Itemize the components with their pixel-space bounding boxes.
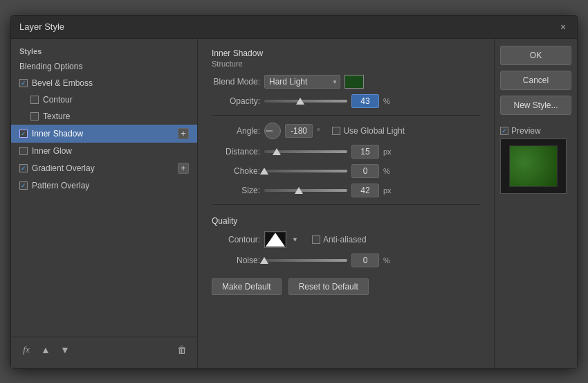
make-default-button[interactable]: Make Default xyxy=(212,278,282,295)
size-input[interactable] xyxy=(351,184,379,197)
title-bar: Layer Style × xyxy=(11,16,577,39)
gradient-overlay-add-button[interactable]: + xyxy=(178,163,189,174)
bottom-buttons: Make Default Reset to Default xyxy=(212,278,480,295)
noise-slider[interactable] xyxy=(264,259,347,262)
sidebar-item-texture[interactable]: Texture xyxy=(11,108,197,125)
sidebar-item-inner-shadow[interactable]: Inner Shadow + xyxy=(11,125,197,143)
global-light-checkbox[interactable] xyxy=(332,127,340,135)
preview-checkbox[interactable] xyxy=(500,127,508,135)
fx-icon[interactable]: fx xyxy=(19,343,33,357)
anti-aliased-label: Anti-aliased xyxy=(323,235,367,244)
pattern-overlay-checkbox[interactable] xyxy=(19,181,28,190)
quality-section: Quality Contour: ▼ Anti-aliased xyxy=(212,216,480,267)
reset-default-button[interactable]: Reset to Default xyxy=(288,278,369,295)
distance-input[interactable] xyxy=(351,145,379,159)
choke-unit: % xyxy=(383,167,390,175)
opacity-unit: % xyxy=(383,97,390,105)
preview-row: Preview xyxy=(500,126,571,136)
sidebar-item-gradient-overlay[interactable]: Gradient Overlay + xyxy=(11,159,197,177)
sidebar-item-inner-glow[interactable]: Inner Glow xyxy=(11,143,197,159)
blend-mode-select-wrapper: NormalDissolveMultiplyScreenOverlayHard … xyxy=(264,75,340,89)
opacity-slider[interactable] xyxy=(264,100,347,103)
noise-label: Noise: xyxy=(212,256,260,265)
size-slider[interactable] xyxy=(264,189,347,192)
anti-aliased-row: Anti-aliased xyxy=(312,235,367,244)
texture-label: Texture xyxy=(43,112,70,121)
gradient-overlay-label: Gradient Overlay xyxy=(32,163,95,173)
layer-style-dialog: Layer Style × Styles Blending Options Be… xyxy=(10,15,578,368)
dialog-title: Layer Style xyxy=(19,21,64,32)
choke-input[interactable] xyxy=(351,164,379,178)
size-unit: px xyxy=(383,186,392,195)
contour-dropdown-arrow[interactable]: ▼ xyxy=(292,236,298,243)
distance-unit: px xyxy=(383,148,392,156)
quality-title: Quality xyxy=(212,216,480,226)
preview-label: Preview xyxy=(511,126,541,136)
opacity-row: Opacity: % xyxy=(212,94,480,108)
angle-input[interactable] xyxy=(285,124,313,138)
anti-aliased-checkbox[interactable] xyxy=(312,235,320,244)
section-sub: Structure xyxy=(212,60,480,68)
sidebar-item-pattern-overlay[interactable]: Pattern Overlay xyxy=(11,177,197,194)
bevel-emboss-label: Bevel & Emboss xyxy=(32,78,93,88)
move-down-icon[interactable]: ▼ xyxy=(58,343,72,357)
sidebar-item-blending-options[interactable]: Blending Options xyxy=(11,58,197,75)
left-panel: Styles Blending Options Bevel & Emboss C… xyxy=(11,39,198,368)
angle-unit: ° xyxy=(317,127,320,135)
section-title: Inner Shadow xyxy=(212,48,480,58)
noise-row: Noise: % xyxy=(212,253,480,267)
contour-row: Contour: ▼ Anti-aliased xyxy=(212,231,480,248)
noise-unit: % xyxy=(383,256,390,265)
contour-label: Contour xyxy=(43,95,73,105)
inner-glow-label: Inner Glow xyxy=(32,146,72,156)
styles-label: Styles xyxy=(11,44,197,58)
size-row: Size: px xyxy=(212,184,480,197)
sidebar-item-bevel-emboss[interactable]: Bevel & Emboss xyxy=(11,75,197,91)
distance-slider[interactable] xyxy=(264,150,347,153)
new-style-button[interactable]: New Style... xyxy=(500,96,571,115)
contour-preview[interactable] xyxy=(264,231,286,248)
global-light-label: Use Global Light xyxy=(343,126,405,136)
delete-icon[interactable]: 🗑 xyxy=(175,343,189,357)
distance-row: Distance: px xyxy=(212,145,480,159)
blend-mode-row: Blend Mode: NormalDissolveMultiplyScreen… xyxy=(212,75,480,89)
angle-label: Angle: xyxy=(212,126,260,136)
preview-thumbnail xyxy=(500,139,567,194)
blending-options-label: Blending Options xyxy=(19,62,82,71)
distance-label: Distance: xyxy=(212,147,260,157)
opacity-label: Opacity: xyxy=(212,96,260,106)
left-panel-bottom: fx ▲ ▼ 🗑 xyxy=(11,337,197,362)
close-button[interactable]: × xyxy=(558,21,569,33)
angle-row: Angle: ° Use Global Light xyxy=(212,123,480,139)
angle-dial[interactable] xyxy=(264,123,281,139)
gradient-overlay-checkbox[interactable] xyxy=(19,164,28,172)
inner-shadow-add-button[interactable]: + xyxy=(178,128,189,139)
texture-checkbox[interactable] xyxy=(30,112,39,121)
preview-image xyxy=(509,145,558,187)
choke-slider[interactable] xyxy=(264,170,347,172)
noise-input[interactable] xyxy=(351,253,379,267)
right-panel: OK Cancel New Style... Preview xyxy=(494,39,577,368)
ok-button[interactable]: OK xyxy=(500,46,571,65)
preview-section: Preview xyxy=(500,126,571,194)
inner-shadow-checkbox[interactable] xyxy=(19,130,28,138)
move-up-icon[interactable]: ▲ xyxy=(39,343,53,357)
blend-mode-label: Blend Mode: xyxy=(212,77,260,87)
size-label: Size: xyxy=(212,186,260,195)
sidebar-item-contour[interactable]: Contour xyxy=(11,91,197,108)
middle-panel: Inner Shadow Structure Blend Mode: Norma… xyxy=(198,39,494,368)
opacity-input[interactable] xyxy=(351,94,379,108)
pattern-overlay-label: Pattern Overlay xyxy=(32,181,89,190)
contour-checkbox[interactable] xyxy=(30,96,39,104)
bevel-emboss-checkbox[interactable] xyxy=(19,79,28,87)
inner-shadow-label: Inner Shadow xyxy=(32,129,83,139)
color-swatch[interactable] xyxy=(344,75,364,89)
choke-row: Choke: % xyxy=(212,164,480,178)
global-light-row: Use Global Light xyxy=(332,126,405,136)
dialog-body: Styles Blending Options Bevel & Emboss C… xyxy=(11,39,577,368)
cancel-button[interactable]: Cancel xyxy=(500,71,571,90)
choke-label: Choke: xyxy=(212,166,260,176)
quality-contour-label: Contour: xyxy=(212,235,260,244)
inner-glow-checkbox[interactable] xyxy=(19,147,28,155)
blend-mode-select[interactable]: NormalDissolveMultiplyScreenOverlayHard … xyxy=(264,75,340,89)
